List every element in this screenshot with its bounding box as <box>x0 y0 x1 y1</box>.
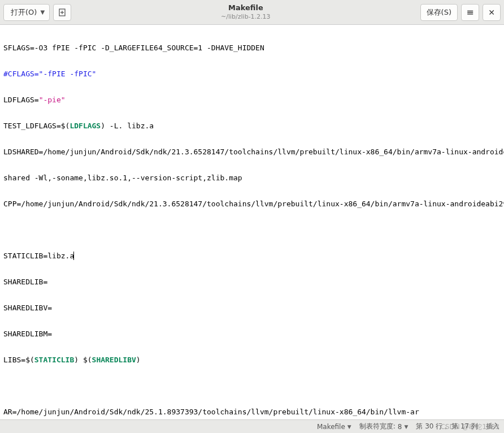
tabwidth-value: 8 <box>398 423 402 431</box>
new-tab-button[interactable] <box>53 4 71 21</box>
menu-button[interactable]: ≡ <box>461 4 479 21</box>
close-icon: ✕ <box>488 8 495 17</box>
code-line: LDSHARED=/home/junjun/Android/Sdk/ndk/21… <box>3 145 501 158</box>
code-line: TEST_LDFLAGS=$(LDFLAGS) -L. libz.a <box>3 119 501 132</box>
tabwidth-label: 制表符宽度: <box>359 422 396 431</box>
chevron-down-icon: ▼ <box>40 9 45 15</box>
chevron-down-icon: ▼ <box>404 424 408 430</box>
code-line: LDFLAGS="-pie" <box>3 93 501 106</box>
new-document-icon <box>58 8 67 17</box>
tabwidth-selector[interactable]: 制表符宽度: 8 ▼ <box>359 422 409 431</box>
code-line: SHAREDLIB= <box>3 275 501 288</box>
watermark: CSDN @毒蛇1983 <box>440 422 499 432</box>
save-button[interactable]: 保存(S) <box>420 4 458 21</box>
header-toolbar: 打开(O) ▼ Makefile ~/lib/zlib-1.2.13 保存(S)… <box>0 0 504 25</box>
code-line: SHAREDLIBM= <box>3 327 501 340</box>
code-line: shared -Wl,-soname,libz.so.1,--version-s… <box>3 171 501 184</box>
status-bar: Makefile ▼ 制表符宽度: 8 ▼ 第 30 行， 第 17 列 插入 <box>0 419 504 433</box>
code-line: LIBS=$(STATICLIB) $(SHAREDLIBV) <box>3 353 501 366</box>
window-title: Makefile <box>75 3 417 13</box>
language-label: Makefile <box>317 423 345 431</box>
code-line: STATICLIB=libz.a <box>3 249 501 262</box>
code-line: AR=/home/junjun/Android/Sdk/ndk/25.1.893… <box>3 405 501 418</box>
open-label: 打开(O) <box>11 7 37 18</box>
hamburger-icon: ≡ <box>466 7 473 18</box>
code-line: #CFLAGS="-fPIE -fPIC" <box>3 67 501 80</box>
text-editor[interactable]: SFLAGS=-O3 fPIE -fPIC -D_LARGEFILE64_SOU… <box>0 25 504 419</box>
save-label: 保存(S) <box>427 7 451 18</box>
code-line <box>3 379 501 392</box>
language-selector[interactable]: Makefile ▼ <box>317 423 351 431</box>
window-subtitle: ~/lib/zlib-1.2.13 <box>75 13 417 21</box>
code-line: SFLAGS=-O3 fPIE -fPIC -D_LARGEFILE64_SOU… <box>3 41 501 54</box>
code-line: CPP=/home/junjun/Android/Sdk/ndk/21.3.65… <box>3 197 501 210</box>
code-line <box>3 223 501 236</box>
title-area: Makefile ~/lib/zlib-1.2.13 <box>75 3 417 21</box>
close-button[interactable]: ✕ <box>483 4 501 21</box>
chevron-down-icon: ▼ <box>347 424 351 430</box>
code-line: SHAREDLIBV= <box>3 301 501 314</box>
open-button[interactable]: 打开(O) ▼ <box>3 4 50 21</box>
